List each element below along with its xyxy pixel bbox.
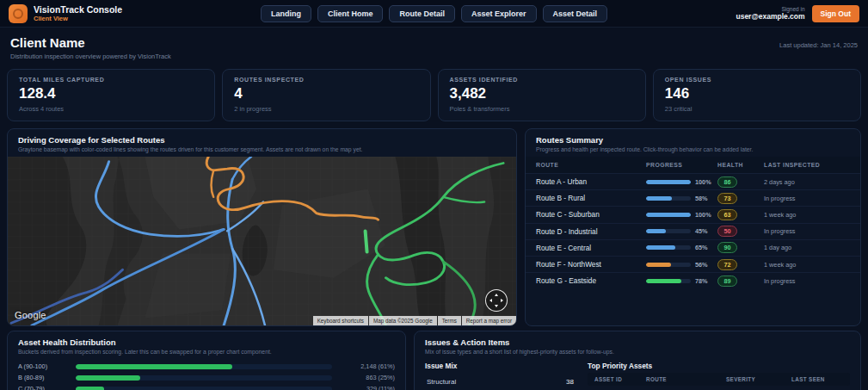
terms-link[interactable]: Terms xyxy=(438,316,461,325)
map-attribution: Keyboard shortcuts Map data ©2025 Google… xyxy=(312,316,516,325)
map-panel-title: Driving Coverage for Selected Routes xyxy=(18,135,506,145)
kpi-value: 128.4 xyxy=(19,85,203,102)
kpi-label: Open Issues xyxy=(665,77,849,83)
progress-bar xyxy=(646,279,691,283)
report-map-error-link[interactable]: Report a map error xyxy=(462,316,516,325)
google-logo[interactable]: Google xyxy=(15,310,46,320)
user-email: user@example.com xyxy=(736,12,804,21)
assets-table-header: Asset ID Route Severity Last Seen xyxy=(588,373,850,386)
tab-asset-detail[interactable]: Asset Detail xyxy=(543,5,608,22)
sign-out-button[interactable]: Sign Out xyxy=(812,5,859,22)
tab-asset-explorer[interactable]: Asset Explorer xyxy=(461,5,537,22)
health-bar-row: B (80-89) 863 (25%) xyxy=(18,372,395,383)
health-badge: 90 xyxy=(717,242,737,253)
basemap-svg xyxy=(8,157,516,325)
bucket-bar xyxy=(76,387,332,390)
table-row: Route G - Eastside 78% 89 In progress xyxy=(526,272,860,288)
bucket-value: 863 (25%) xyxy=(340,374,395,381)
progress-bar xyxy=(646,213,691,217)
brand-subtitle: Client View xyxy=(34,15,122,22)
driving-coverage-panel: Driving Coverage for Selected Routes Gra… xyxy=(7,128,517,326)
last-inspected: 1 day ago xyxy=(764,244,850,251)
top-priority-assets-title: Top Priority Assets xyxy=(588,362,850,370)
tab-client-home[interactable]: Client Home xyxy=(317,5,384,22)
kpi-total-miles: Total Miles Captured 128.4 Across 4 rout… xyxy=(7,69,215,121)
col-route: Route xyxy=(646,376,726,382)
page-header: Client Name Distribution inspection over… xyxy=(0,28,868,62)
keyboard-shortcuts-link[interactable]: Keyboard shortcuts xyxy=(313,316,368,325)
table-row: Route A - Urban 100% 86 2 days ago xyxy=(526,173,860,189)
kpi-row: Total Miles Captured 128.4 Across 4 rout… xyxy=(0,62,868,125)
issues-panel-subtitle: Mix of issue types and a short list of h… xyxy=(425,349,850,355)
routes-panel-title: Routes Summary xyxy=(536,135,850,145)
last-inspected: 1 week ago xyxy=(764,261,850,269)
kpi-value: 146 xyxy=(665,85,849,102)
health-badge: 86 xyxy=(717,176,737,188)
col-severity: Severity xyxy=(726,376,791,382)
tab-route-detail[interactable]: Route Detail xyxy=(389,5,455,22)
health-panel-head: Asset Health Distribution Buckets derive… xyxy=(8,331,405,359)
last-inspected: In progress xyxy=(764,277,850,285)
progress-percent: 58% xyxy=(695,195,708,202)
asset-health-panel: Asset Health Distribution Buckets derive… xyxy=(7,331,406,390)
main-row: Driving Coverage for Selected Routes Gra… xyxy=(0,125,868,326)
map-panel-subtitle: Graytone basemap with color-coded lines … xyxy=(18,146,506,152)
page-title: Client Name xyxy=(10,35,171,50)
issue-type-count: 38 xyxy=(566,378,574,386)
last-inspected: In progress xyxy=(764,195,850,202)
health-badge: 63 xyxy=(717,209,737,220)
progress-bar xyxy=(646,180,691,184)
kpi-sub: 2 in progress xyxy=(234,105,418,113)
user-area: Signed in user@example.com Sign Out xyxy=(610,5,859,22)
coverage-map[interactable]: Google Keyboard shortcuts Map data ©2025… xyxy=(8,157,516,325)
kpi-sub: Across 4 routes xyxy=(19,105,203,113)
page-subtitle: Distribution inspection overview powered… xyxy=(10,53,171,60)
visiontrack-console-app: VisionTrack Console Client View Landing … xyxy=(0,0,868,390)
progress-bar xyxy=(646,196,691,201)
map-data-label: Map data ©2025 Google xyxy=(369,316,437,325)
nav-tabs: Landing Client Home Route Detail Asset E… xyxy=(261,5,607,22)
routes-table-header: Route Progress Health Last Inspected xyxy=(526,157,860,173)
health-bar-row: C (70-79) 329 (11%) xyxy=(18,383,395,390)
kpi-sub: 23 critical xyxy=(665,105,849,113)
route-name: Route E - Central xyxy=(536,244,646,252)
bucket-value: 2,148 (61%) xyxy=(340,362,395,370)
col-progress: Progress xyxy=(646,162,717,168)
progress-percent: 65% xyxy=(695,244,708,251)
last-inspected: 1 week ago xyxy=(764,211,850,219)
app-logo-icon xyxy=(9,4,28,23)
health-badge: 72 xyxy=(717,259,737,270)
health-panel-title: Asset Health Distribution xyxy=(18,337,395,347)
table-row: A-1234 Feeder 98 · Industrial Critical 2… xyxy=(588,386,850,390)
kpi-open-issues: Open Issues 146 23 critical xyxy=(653,69,861,121)
map-pan-control[interactable] xyxy=(485,289,508,312)
kpi-value: 4 xyxy=(234,85,418,102)
table-row: Route E - Central 65% 90 1 day ago xyxy=(526,239,860,256)
health-badge: 73 xyxy=(717,193,737,204)
tab-landing[interactable]: Landing xyxy=(261,5,311,22)
last-inspected: 2 days ago xyxy=(764,178,850,186)
map-panel-head: Driving Coverage for Selected Routes Gra… xyxy=(8,129,516,157)
kpi-routes-inspected: Routes Inspected 4 2 in progress xyxy=(222,69,430,121)
signed-in-label: Signed in xyxy=(736,6,804,12)
route-name: Route B - Rural xyxy=(536,194,646,202)
progress-bar xyxy=(646,263,691,267)
kpi-label: Routes Inspected xyxy=(234,77,418,83)
top-priority-assets-section: Top Priority Assets Asset ID Route Sever… xyxy=(588,359,850,390)
bucket-label: B (80-89) xyxy=(18,374,68,381)
brand: VisionTrack Console Client View xyxy=(9,4,258,23)
table-row: Route D - Industrial 45% 50 In progress xyxy=(526,223,860,239)
progress-bar xyxy=(646,229,691,233)
route-name: Route F - NorthWest xyxy=(536,260,646,269)
kpi-value: 3,482 xyxy=(450,85,634,102)
kpi-label: Assets Identified xyxy=(450,77,634,83)
table-row: Route C - Suburban 100% 63 1 week ago xyxy=(526,206,860,222)
col-route: Route xyxy=(536,162,646,168)
bucket-bar xyxy=(76,364,332,369)
bucket-bar xyxy=(76,375,332,381)
health-badge: 50 xyxy=(717,226,737,237)
route-name: Route A - Urban xyxy=(536,177,646,186)
col-last-inspected: Last Inspected xyxy=(764,162,850,168)
kpi-assets-identified: Assets Identified 3,482 Poles & transfor… xyxy=(438,69,646,121)
progress-percent: 100% xyxy=(695,211,711,219)
